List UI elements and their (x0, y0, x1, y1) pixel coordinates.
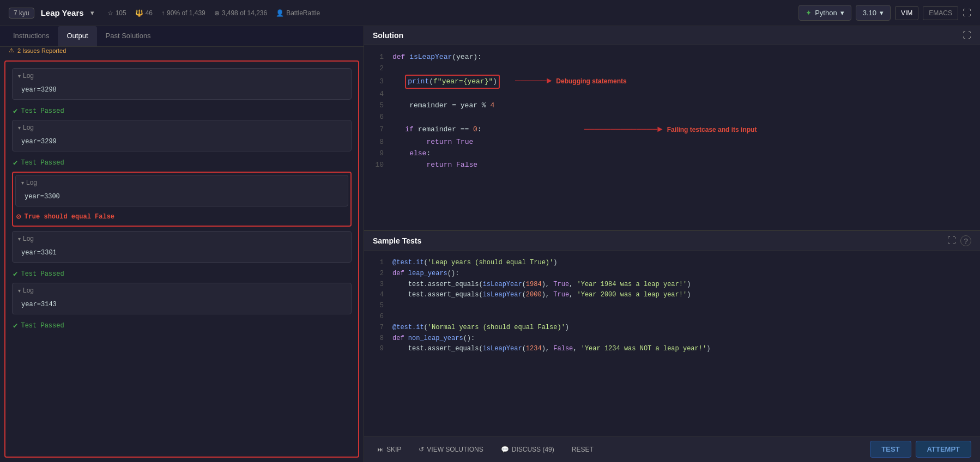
test-passed-1: ✔ Test Passed (12, 104, 352, 120)
test-passed-5: ✔ Test Passed (12, 319, 352, 335)
failing-annotation: Failing testcase and its input (667, 125, 757, 135)
failing-arrow: ──────────────► (584, 123, 663, 137)
log-header-5[interactable]: ▾ Log (13, 283, 351, 297)
solution-code-area[interactable]: 1 def isLeapYear(year): 2 3 print(f"year… (364, 45, 980, 230)
stars-count: ☆ 105 (107, 9, 126, 17)
forks-count: 🔱 46 (135, 9, 153, 17)
debug-annotation: Debugging statements (556, 76, 626, 87)
sample-tests-header: Sample Tests ⛶ ? (364, 230, 980, 251)
collapse-icon-3: ▾ (21, 180, 24, 186)
skip-icon: ⏭ (377, 446, 384, 453)
sample-tests-code: 1 @test.it('Leap years (should equal Tru… (364, 251, 980, 436)
left-panel: Instructions Output Past Solutions ⚠ 2 I… (0, 26, 364, 462)
code-line-6: 6 (373, 112, 971, 123)
view-solutions-button[interactable]: ↺ VIEW SOLUTIONS (414, 443, 487, 455)
tab-past-solutions[interactable]: Past Solutions (97, 26, 160, 46)
completions-icon: ⊕ (214, 9, 220, 17)
star-icon: ☆ (107, 9, 113, 17)
sample-line-6: 6 (373, 312, 971, 323)
issues-row: ⚠ 2 Issues Reported (0, 47, 364, 56)
log-body-1: year=3298 (13, 83, 351, 99)
code-line-5: 5 remainder = year % 4 (373, 100, 971, 112)
bottom-bar: ⏭ SKIP ↺ VIEW SOLUTIONS 💬 DISCUSS (49) R… (364, 436, 980, 462)
sample-tests-title: Sample Tests (373, 236, 421, 245)
kata-title: Leap Years (41, 8, 84, 17)
solution-header: Solution ⛶ (364, 26, 980, 45)
log-block-5: ▾ Log year=3143 (12, 283, 352, 314)
tab-instructions[interactable]: Instructions (4, 26, 58, 46)
sample-tests-help-button[interactable]: ? (960, 235, 971, 246)
success-rate: ↑ 90% of 1,439 (161, 9, 205, 17)
reset-button[interactable]: RESET (567, 443, 598, 455)
code-line-4: 4 (373, 89, 971, 100)
ver-chevron-icon: ▾ (880, 9, 884, 17)
sample-tests-actions: ⛶ ? (947, 235, 971, 246)
test-passed-2: ✔ Test Passed (12, 156, 352, 172)
skip-button[interactable]: ⏭ SKIP (373, 443, 406, 455)
sample-line-3: 3 test.assert_equals(isLeapYear(1984), T… (373, 279, 971, 290)
sample-line-7: 7 @test.it('Normal years (should equal F… (373, 323, 971, 333)
solution-title: Solution (373, 31, 403, 40)
attempt-button[interactable]: ATTEMPT (916, 441, 971, 458)
fullscreen-button[interactable]: ⛶ (963, 8, 971, 18)
language-selector[interactable]: ✦ Python ▾ (798, 5, 851, 21)
user-icon: 👤 (276, 9, 284, 17)
meta-items: ☆ 105 🔱 46 ↑ 90% of 1,439 ⊕ 3,498 of 14,… (107, 9, 320, 17)
log-body-3: year=3300 (16, 190, 348, 206)
log-header-3[interactable]: ▾ Log (16, 175, 348, 190)
code-line-9: 9 else: (373, 148, 971, 160)
emacs-mode-button[interactable]: EMACS (923, 6, 958, 20)
code-line-2: 2 (373, 63, 971, 75)
collapse-icon-5: ▾ (18, 288, 21, 294)
code-line-3: 3 print(f"year={year}") ──────► Debuggin… (373, 75, 971, 89)
check-icon-1: ✔ (13, 106, 17, 115)
log-body-4: year=3301 (13, 246, 351, 262)
check-icon-4: ✔ (13, 269, 17, 278)
log-block-3: ▾ Log year=3300 (15, 175, 348, 206)
fork-icon: 🔱 (135, 9, 143, 17)
top-right-controls: ✦ Python ▾ 3.10 ▾ VIM EMACS ⛶ (798, 5, 971, 21)
right-panel: Solution ⛶ 1 def isLeapYear(year): 2 3 p… (364, 26, 980, 462)
error-icon-3: ⊘ (16, 212, 21, 221)
top-bar: 7 kyu Leap Years ▾ ☆ 105 🔱 46 ↑ 90% of 1… (0, 0, 980, 26)
log-body-2: year=3299 (13, 135, 351, 151)
discuss-button[interactable]: 💬 DISCUSS (49) (497, 443, 559, 455)
main-layout: Instructions Output Past Solutions ⚠ 2 I… (0, 26, 980, 462)
view-solutions-icon: ↺ (419, 446, 424, 453)
check-icon-2: ✔ (13, 158, 17, 167)
log-header-2[interactable]: ▾ Log (13, 120, 351, 135)
sample-tests-fullscreen-button[interactable]: ⛶ (947, 235, 956, 246)
vim-mode-button[interactable]: VIM (895, 6, 918, 20)
code-line-1: 1 def isLeapYear(year): (373, 52, 971, 63)
log-header-4[interactable]: ▾ Log (13, 232, 351, 246)
sample-line-9: 9 test.assert_equals(isLeapYear(1234), F… (373, 344, 971, 355)
discuss-icon: 💬 (501, 446, 509, 453)
log-header-1[interactable]: ▾ Log (13, 69, 351, 83)
test-button[interactable]: TEST (870, 441, 911, 458)
sample-line-5: 5 (373, 301, 971, 312)
author: 👤 BattleRattle (276, 9, 320, 17)
tab-output[interactable]: Output (58, 26, 96, 46)
code-line-7: 7 if remainder == 0: ──────────────► Fai… (373, 123, 971, 137)
completions: ⊕ 3,498 of 14,236 (214, 9, 267, 17)
sample-line-4: 4 test.assert_equals(isLeapYear(2000), T… (373, 290, 971, 301)
collapse-icon-2: ▾ (18, 125, 21, 131)
code-line-8: 8 return True (373, 137, 971, 148)
check-icon-5: ✔ (13, 321, 17, 330)
sample-line-8: 8 def non_leap_years(): (373, 333, 971, 344)
output-content[interactable]: ▾ Log year=3298 ✔ Test Passed ▾ Log year… (4, 60, 359, 458)
test-passed-4: ✔ Test Passed (12, 267, 352, 283)
failing-block: ▾ Log year=3300 ⊘ True should equal Fals… (12, 172, 352, 227)
collapse-icon-4: ▾ (18, 236, 21, 242)
version-selector[interactable]: 3.10 ▾ (856, 5, 891, 21)
chevron-down-icon[interactable]: ▾ (90, 9, 94, 17)
tabs-bar: Instructions Output Past Solutions (0, 26, 364, 47)
warning-icon: ⚠ (9, 47, 14, 54)
test-failed-3: ⊘ True should equal False (15, 210, 348, 223)
log-block-2: ▾ Log year=3299 (12, 120, 352, 151)
sample-line-1: 1 @test.it('Leap years (should equal Tru… (373, 258, 971, 269)
rank-badge: 7 kyu (9, 8, 34, 19)
sample-line-2: 2 def leap_years(): (373, 269, 971, 279)
lang-chevron-icon: ▾ (840, 9, 844, 17)
solution-fullscreen-button[interactable]: ⛶ (963, 31, 971, 40)
